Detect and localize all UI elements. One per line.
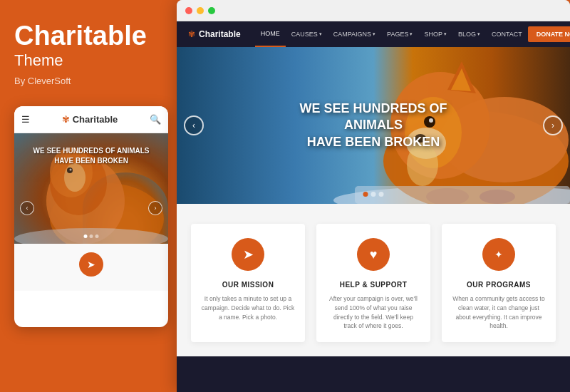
hero-dot-1: [363, 192, 368, 197]
mobile-mission-icon: ➤: [79, 252, 103, 277]
nav-home[interactable]: HOME: [255, 21, 286, 47]
support-title: HELP & SUPPORT: [326, 281, 420, 289]
titlebar-dot-green: [208, 7, 215, 14]
programs-text: When a community gets access to clean wa…: [452, 294, 546, 331]
brand-subtitle: Theme: [14, 51, 162, 70]
mobile-menu-icon: ☰: [21, 114, 30, 125]
desktop-navbar: ✾ Charitable HOME CAUSES ▾ CAMPAIGNS ▾ P…: [177, 21, 570, 47]
mobile-hero-text: WE SEE HUNDREDS OF ANIMALS HAVE BEEN BRO…: [33, 133, 150, 166]
hero-dot-3: [379, 192, 384, 197]
hero-text-overlay: WE SEE HUNDREDS OF ANIMALS HAVE BEEN BRO…: [275, 100, 472, 150]
svg-point-4: [64, 163, 86, 192]
feature-card-support: ♥ HELP & SUPPORT After your campaign is …: [316, 224, 430, 342]
brand-title: Charitable: [14, 21, 162, 51]
mission-title: OUR MISSION: [201, 281, 295, 289]
mobile-bottom-section: ➤: [14, 244, 168, 291]
mobile-hero-heading: WE SEE HUNDREDS OF ANIMALS HAVE BEEN BRO…: [33, 146, 150, 166]
nav-blog[interactable]: BLOG ▾: [452, 21, 486, 47]
hero-dot-2: [371, 192, 376, 197]
nav-campaigns[interactable]: CAMPAIGNS ▾: [328, 21, 381, 47]
programs-title: OUR PROGRAMS: [452, 281, 546, 289]
desktop-hero: WE SEE HUNDREDS OF ANIMALS HAVE BEEN BRO…: [177, 47, 570, 204]
hero-heading: WE SEE HUNDREDS OF ANIMALS HAVE BEEN BRO…: [275, 100, 472, 150]
mobile-next-arrow[interactable]: ›: [148, 201, 162, 215]
nav-logo-icon: ✾: [188, 29, 195, 39]
hero-prev-arrow[interactable]: ‹: [184, 115, 204, 135]
nav-contact[interactable]: CONTACT: [486, 21, 528, 47]
mobile-topbar: ☰ ✾ Charitable 🔍: [14, 106, 168, 133]
mobile-logo-text: Charitable: [73, 114, 118, 125]
nav-shop[interactable]: SHOP ▾: [418, 21, 452, 47]
feature-card-mission: ➤ OUR MISSION It only takes a minute to …: [191, 224, 305, 342]
feature-card-programs: ✦ OUR PROGRAMS When a community gets acc…: [442, 224, 556, 342]
donate-button[interactable]: DONATE NOW: [528, 26, 570, 42]
dark-bottom-section: [177, 356, 570, 392]
mission-icon-circle: ➤: [232, 238, 264, 271]
nav-logo-text: Charitable: [199, 29, 241, 39]
titlebar-dot-yellow: [197, 7, 204, 14]
desktop-titlebar: [177, 0, 570, 21]
mobile-hero-arrows: ‹ ›: [14, 201, 168, 215]
mobile-dot-3: [95, 234, 99, 238]
brand-by: By CleverSoft: [14, 76, 162, 86]
hero-next-arrow[interactable]: ›: [543, 115, 563, 135]
mobile-logo-area: ✾ Charitable: [62, 114, 118, 125]
nav-pages[interactable]: PAGES ▾: [381, 21, 418, 47]
mobile-dot-2: [90, 234, 93, 238]
support-icon-circle: ♥: [357, 238, 390, 271]
mobile-search-icon: 🔍: [150, 114, 161, 125]
features-section: ➤ OUR MISSION It only takes a minute to …: [177, 204, 570, 356]
nav-logo-area: ✾ Charitable: [188, 29, 241, 39]
titlebar-dot-red: [185, 7, 192, 14]
mobile-mockup: ☰ ✾ Charitable 🔍: [14, 106, 168, 327]
mobile-dot-1: [84, 234, 88, 238]
nav-links: HOME CAUSES ▾ CAMPAIGNS ▾ PAGES ▾ SHOP ▾…: [255, 21, 528, 47]
mobile-prev-arrow[interactable]: ‹: [20, 201, 34, 215]
left-panel: Charitable Theme By CleverSoft ☰ ✾ Chari…: [0, 0, 177, 392]
svg-point-6: [70, 168, 72, 170]
programs-icon-circle: ✦: [482, 238, 515, 271]
desktop-mockup: ✾ Charitable HOME CAUSES ▾ CAMPAIGNS ▾ P…: [177, 0, 570, 392]
nav-causes[interactable]: CAUSES ▾: [286, 21, 328, 47]
mobile-dots-row: [84, 234, 99, 238]
svg-rect-23: [355, 186, 570, 204]
mission-text: It only takes a minute to set up a campa…: [201, 294, 295, 321]
mobile-hero: WE SEE HUNDREDS OF ANIMALS HAVE BEEN BRO…: [14, 133, 168, 244]
mobile-logo-icon: ✾: [62, 114, 70, 125]
support-text: After your campaign is over, we'll send …: [326, 294, 420, 331]
hero-slider-dots: [363, 192, 384, 197]
